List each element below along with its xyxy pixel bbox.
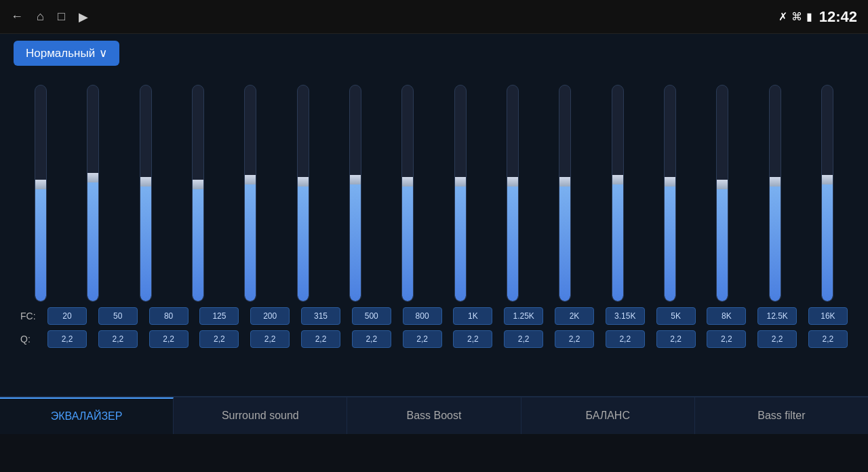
bluetooth-icon: ✗ <box>778 10 787 23</box>
fc-button-4[interactable]: 200 <box>250 307 290 325</box>
q-button-2[interactable]: 2,2 <box>149 330 189 348</box>
slider-thumb-6[interactable] <box>349 175 361 184</box>
tab-balance[interactable]: БАЛАНС <box>521 397 695 434</box>
q-button-14[interactable]: 2,2 <box>757 330 797 348</box>
fc-button-15[interactable]: 16K <box>808 307 848 325</box>
slider-fill-15 <box>822 184 833 301</box>
slider-band-11[interactable] <box>597 85 638 302</box>
q-button-6[interactable]: 2,2 <box>352 330 391 348</box>
tab-bass-filter[interactable]: Bass filter <box>695 397 868 434</box>
tab-surround-sound[interactable]: Surround sound <box>174 397 347 434</box>
home-icon[interactable]: ⌂ <box>37 9 44 24</box>
q-row: Q: 2,22,22,22,22,22,22,22,22,22,22,22,22… <box>14 330 854 348</box>
fc-button-6[interactable]: 500 <box>352 307 391 325</box>
slider-thumb-8[interactable] <box>454 177 467 186</box>
slider-fill-4 <box>245 184 256 301</box>
slider-band-13[interactable] <box>702 85 743 302</box>
q-button-13[interactable]: 2,2 <box>707 330 746 348</box>
fc-button-7[interactable]: 800 <box>403 307 442 325</box>
fc-button-11[interactable]: 3.15K <box>606 307 645 325</box>
slider-track-5 <box>297 85 309 302</box>
fc-button-1[interactable]: 50 <box>98 307 138 325</box>
slider-fill-3 <box>193 189 203 301</box>
q-button-7[interactable]: 2,2 <box>403 330 442 348</box>
play-icon[interactable]: ▶ <box>79 9 88 24</box>
fc-button-2[interactable]: 80 <box>149 307 189 325</box>
slider-band-1[interactable] <box>73 85 113 302</box>
fc-button-12[interactable]: 5K <box>656 307 696 325</box>
preset-button[interactable]: Нормальный ∨ <box>14 41 119 66</box>
slider-track-2 <box>140 85 152 302</box>
slider-thumb-3[interactable] <box>192 180 204 189</box>
slider-fill-13 <box>717 189 728 301</box>
slider-fill-6 <box>350 184 361 301</box>
tab-equalizer[interactable]: ЭКВАЛАЙЗЕР <box>0 397 174 434</box>
slider-thumb-11[interactable] <box>612 175 624 184</box>
tab-bass-boost[interactable]: Bass Boost <box>347 397 521 434</box>
slider-thumb-9[interactable] <box>507 177 519 186</box>
preset-label: Нормальный <box>26 47 95 60</box>
main-area: Нормальный ∨ FC: 2050801252003155008001K… <box>0 34 868 434</box>
slider-track-11 <box>612 85 624 302</box>
q-button-15[interactable]: 2,2 <box>808 330 848 348</box>
slider-thumb-1[interactable] <box>87 173 99 182</box>
slider-band-9[interactable] <box>492 85 533 302</box>
q-button-12[interactable]: 2,2 <box>656 330 696 348</box>
q-button-9[interactable]: 2,2 <box>504 330 543 348</box>
q-button-8[interactable]: 2,2 <box>453 330 492 348</box>
nav-icons: ← ⌂ □ ▶ <box>11 9 88 24</box>
slider-band-6[interactable] <box>335 85 376 302</box>
fc-button-8[interactable]: 1K <box>453 307 492 325</box>
slider-fill-14 <box>770 186 781 301</box>
fc-row: FC: 2050801252003155008001K1.25K2K3.15K5… <box>14 307 854 325</box>
slider-band-10[interactable] <box>545 85 585 302</box>
status-right: ✗ ⌘ ▮ 12:42 <box>778 8 857 26</box>
slider-thumb-4[interactable] <box>244 175 256 184</box>
slider-band-0[interactable] <box>20 85 61 302</box>
status-icons: ✗ ⌘ ▮ <box>778 10 812 23</box>
q-button-11[interactable]: 2,2 <box>606 330 645 348</box>
slider-fill-5 <box>298 186 309 301</box>
status-bar: ← ⌂ □ ▶ ✗ ⌘ ▮ 12:42 <box>0 0 868 34</box>
q-button-1[interactable]: 2,2 <box>98 330 138 348</box>
fc-button-14[interactable]: 12.5K <box>757 307 797 325</box>
fc-button-5[interactable]: 315 <box>301 307 340 325</box>
slider-band-7[interactable] <box>387 85 428 302</box>
slider-band-12[interactable] <box>650 85 690 302</box>
fc-button-0[interactable]: 20 <box>47 307 87 325</box>
slider-thumb-2[interactable] <box>140 177 152 186</box>
slider-band-15[interactable] <box>807 85 848 302</box>
q-buttons: 2,22,22,22,22,22,22,22,22,22,22,22,22,22… <box>47 330 848 348</box>
slider-band-5[interactable] <box>283 85 323 302</box>
slider-band-3[interactable] <box>178 85 218 302</box>
window-icon[interactable]: □ <box>58 9 65 24</box>
slider-thumb-0[interactable] <box>35 180 47 189</box>
slider-band-8[interactable] <box>440 85 481 302</box>
slider-fill-7 <box>402 186 413 301</box>
slider-band-14[interactable] <box>755 85 795 302</box>
slider-track-8 <box>454 85 467 302</box>
fc-button-9[interactable]: 1.25K <box>504 307 543 325</box>
slider-fill-1 <box>87 182 98 301</box>
q-button-5[interactable]: 2,2 <box>301 330 340 348</box>
slider-band-2[interactable] <box>125 85 166 302</box>
slider-thumb-14[interactable] <box>769 177 781 186</box>
slider-thumb-15[interactable] <box>821 175 833 184</box>
q-button-4[interactable]: 2,2 <box>250 330 290 348</box>
slider-thumb-7[interactable] <box>401 177 414 186</box>
slider-band-4[interactable] <box>230 85 271 302</box>
q-button-0[interactable]: 2,2 <box>47 330 87 348</box>
fc-button-10[interactable]: 2K <box>555 307 594 325</box>
slider-fill-0 <box>35 189 46 301</box>
back-icon[interactable]: ← <box>11 9 23 24</box>
slider-thumb-13[interactable] <box>716 180 728 189</box>
slider-thumb-12[interactable] <box>664 177 676 186</box>
slider-track-6 <box>349 85 361 302</box>
slider-thumb-10[interactable] <box>559 177 571 186</box>
q-button-10[interactable]: 2,2 <box>555 330 594 348</box>
q-button-3[interactable]: 2,2 <box>199 330 239 348</box>
equalizer-sliders <box>14 71 854 302</box>
slider-thumb-5[interactable] <box>297 177 309 186</box>
fc-button-3[interactable]: 125 <box>199 307 239 325</box>
fc-button-13[interactable]: 8K <box>707 307 746 325</box>
